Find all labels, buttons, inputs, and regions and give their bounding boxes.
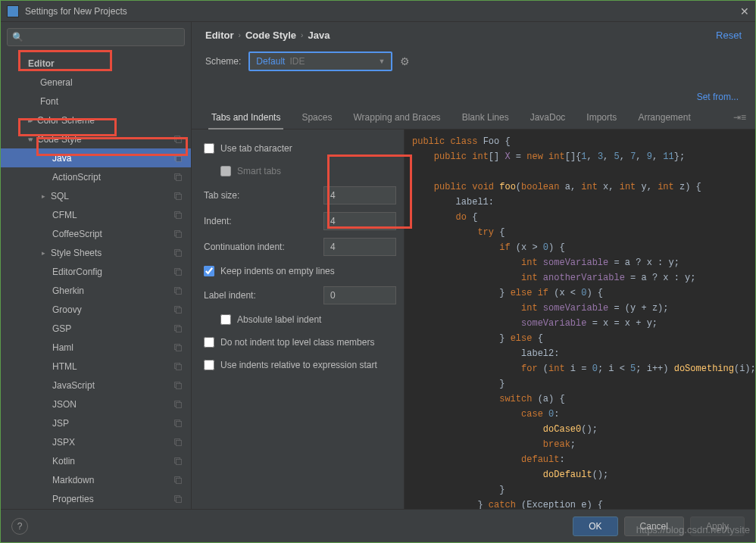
sidebar-item-javascript[interactable]: JavaScript: [1, 376, 191, 395]
crumb-editor[interactable]: Editor: [205, 30, 234, 41]
breadcrumb: Editor › Code Style › Java Reset: [192, 22, 755, 48]
svg-rect-25: [176, 364, 181, 370]
sidebar-editor[interactable]: Editor: [1, 54, 191, 73]
main-panel: Editor › Code Style › Java Reset Scheme:…: [192, 22, 755, 509]
cancel-button[interactable]: Cancel: [624, 516, 684, 536]
sidebar-item-coffeescript[interactable]: CoffeeScript: [1, 224, 191, 243]
svg-rect-19: [176, 307, 181, 313]
svg-rect-27: [176, 383, 181, 389]
tab-size-label: Tab size:: [204, 190, 323, 201]
search-field[interactable]: [27, 32, 180, 42]
app-icon: [7, 5, 19, 17]
svg-rect-13: [176, 251, 181, 256]
code-preview: public class Foo { public int[] X = new …: [404, 130, 755, 509]
gear-icon[interactable]: ⚙: [400, 55, 410, 67]
use-tab-checkbox[interactable]: [204, 143, 214, 154]
tab-javadoc[interactable]: JavaDoc: [520, 105, 576, 129]
scheme-name: Default: [256, 56, 285, 67]
label-indent-label: Label indent:: [204, 290, 323, 301]
sidebar-item-style-sheets[interactable]: Style Sheets: [1, 243, 191, 262]
svg-rect-9: [176, 213, 181, 218]
no-top-label: Do not indent top level class members: [220, 337, 374, 348]
sidebar-item-sql[interactable]: SQL: [1, 186, 191, 205]
svg-rect-31: [176, 421, 181, 426]
tab-wrapping[interactable]: Wrapping and Braces: [342, 105, 451, 129]
titlebar: Settings for New Projects ✕: [1, 1, 755, 22]
rel-expr-checkbox[interactable]: [204, 360, 214, 370]
sidebar-item-groovy[interactable]: Groovy: [1, 300, 191, 319]
cont-indent-input[interactable]: [323, 238, 396, 256]
svg-rect-33: [176, 440, 181, 445]
sidebar-item-properties[interactable]: Properties: [1, 489, 191, 508]
indent-input[interactable]: [323, 212, 396, 230]
indent-form: Use tab character Smart tabs Tab size: I…: [192, 130, 404, 509]
scheme-dropdown[interactable]: Default IDE ▼: [248, 51, 392, 71]
svg-rect-37: [176, 478, 181, 483]
rel-expr-label: Use indents relative to expression start: [220, 360, 377, 370]
svg-rect-11: [176, 232, 181, 237]
crumb-java: Java: [308, 30, 330, 41]
sidebar-item-code-style[interactable]: Code Style: [1, 130, 191, 148]
svg-rect-21: [176, 326, 181, 332]
apply-button[interactable]: Apply: [690, 516, 745, 536]
svg-rect-35: [176, 459, 181, 464]
editor-label: Editor: [28, 58, 55, 69]
crumb-codestyle[interactable]: Code Style: [245, 30, 296, 41]
label-indent-input[interactable]: [323, 286, 396, 304]
sidebar-item-cfml[interactable]: CFML: [1, 205, 191, 224]
smart-tabs-checkbox: [220, 166, 231, 176]
tab-tabs-indents[interactable]: Tabs and Indents: [201, 105, 291, 129]
tab-blank-lines[interactable]: Blank Lines: [451, 105, 520, 129]
no-top-checkbox[interactable]: [204, 337, 214, 348]
svg-rect-23: [176, 345, 181, 351]
tabs-more-icon[interactable]: ⇥≡: [733, 112, 746, 123]
chevron-down-icon: ▼: [378, 58, 385, 65]
scheme-label: Scheme:: [205, 56, 241, 67]
tabs: Tabs and Indents Spaces Wrapping and Bra…: [192, 105, 755, 130]
abs-label-label: Absolute label indent: [237, 314, 321, 325]
close-icon[interactable]: ✕: [740, 5, 749, 17]
search-input[interactable]: 🔍: [7, 28, 185, 46]
sidebar-item-json[interactable]: JSON: [1, 395, 191, 413]
sidebar-item-html[interactable]: HTML: [1, 357, 191, 376]
keep-empty-label: Keep indents on empty lines: [220, 266, 335, 276]
smart-tabs-label: Smart tabs: [237, 166, 281, 176]
svg-rect-15: [176, 270, 181, 275]
sidebar-item-markdown[interactable]: Markdown: [1, 470, 191, 489]
help-button[interactable]: ?: [11, 518, 28, 535]
chevron-right-icon: ›: [301, 31, 303, 39]
ok-button[interactable]: OK: [573, 516, 617, 536]
set-from-link[interactable]: Set from...: [697, 92, 739, 102]
tab-spaces[interactable]: Spaces: [291, 105, 342, 129]
svg-rect-1: [176, 137, 181, 142]
tab-imports[interactable]: Imports: [576, 105, 627, 129]
indent-label: Indent:: [204, 216, 323, 226]
sidebar-item-font[interactable]: Font: [1, 92, 191, 111]
sidebar: 🔍 Editor GeneralFontColor SchemeCode Sty…: [1, 22, 192, 509]
svg-rect-17: [176, 289, 181, 294]
tab-arrangement[interactable]: Arrangement: [627, 105, 701, 129]
keep-empty-checkbox[interactable]: [204, 266, 214, 276]
sidebar-item-java[interactable]: Java: [1, 148, 191, 167]
bottom-bar: ? OK Cancel Apply: [1, 509, 755, 542]
scheme-sub: IDE: [289, 56, 305, 67]
sidebar-item-kotlin[interactable]: Kotlin: [1, 451, 191, 470]
sidebar-item-gherkin[interactable]: Gherkin: [1, 281, 191, 300]
abs-label-checkbox[interactable]: [220, 314, 231, 325]
sidebar-item-actionscript[interactable]: ActionScript: [1, 167, 191, 186]
reset-link[interactable]: Reset: [716, 30, 742, 41]
svg-rect-7: [176, 194, 181, 199]
svg-rect-3: [176, 156, 181, 161]
sidebar-item-jspx[interactable]: JSPX: [1, 432, 191, 451]
use-tab-label: Use tab character: [220, 143, 292, 154]
sidebar-item-editorconfig[interactable]: EditorConfig: [1, 262, 191, 281]
search-icon: 🔍: [12, 32, 23, 42]
window-title: Settings for New Projects: [25, 6, 127, 17]
cont-indent-label: Continuation indent:: [204, 242, 323, 252]
tab-size-input[interactable]: [323, 186, 396, 204]
sidebar-item-haml[interactable]: Haml: [1, 338, 191, 357]
sidebar-item-jsp[interactable]: JSP: [1, 413, 191, 432]
sidebar-item-color-scheme[interactable]: Color Scheme: [1, 111, 191, 130]
sidebar-item-gsp[interactable]: GSP: [1, 319, 191, 338]
sidebar-item-general[interactable]: General: [1, 73, 191, 92]
